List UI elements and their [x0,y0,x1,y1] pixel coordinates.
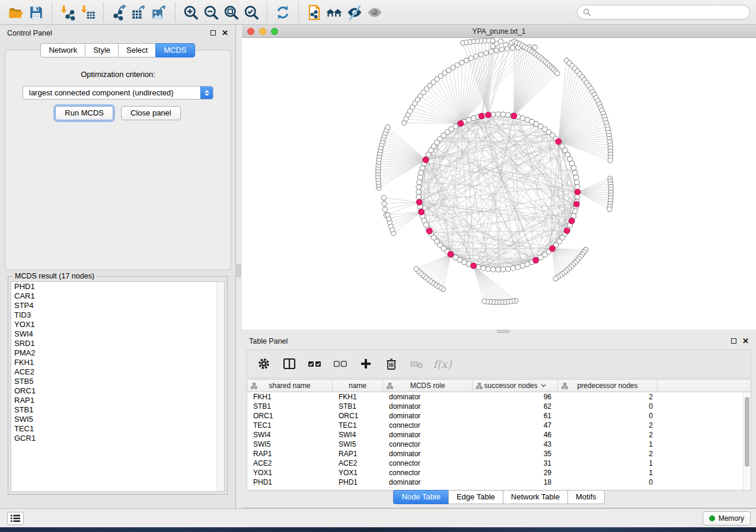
criterion-dropdown[interactable]: largest connected component (undirected) [23,86,213,100]
task-history-button[interactable] [7,512,24,525]
delete-column-icon[interactable] [383,355,400,372]
result-node-item[interactable]: PMA2 [11,348,224,358]
result-node-item[interactable]: FKH1 [11,358,224,367]
cell-MCDS-role: dominator [383,477,473,487]
refresh-icon[interactable] [273,2,293,23]
zoom-in-icon[interactable] [181,2,201,23]
result-node-item[interactable]: TID3 [11,310,224,320]
select-all-rows-icon[interactable] [307,355,323,372]
result-list-scrollbar[interactable] [216,282,224,491]
table-settings-icon[interactable] [256,355,272,372]
result-node-item[interactable]: STB1 [11,405,224,415]
add-column-icon[interactable] [358,355,374,372]
cell-shared-name: TEC1 [247,421,333,430]
table-row[interactable]: ACE2ACE2connector311 [247,459,751,468]
network-title: YPA_prune.txt_1 [242,27,756,36]
column-header-successor-nodes[interactable]: successor nodes [473,380,558,392]
table-scrollbar-thumb[interactable] [745,397,749,467]
result-node-item[interactable]: SWI5 [11,415,224,424]
table-row[interactable]: TEC1TEC1connector472 [247,421,751,430]
open-session-icon[interactable] [6,2,26,23]
mcds-result-list[interactable]: PHD1CAR1STP4TID3YOX1SWI4SRD1PMA2FKH1ACE2… [11,281,225,492]
zoom-fit-icon[interactable] [221,2,241,23]
close-panel-icon[interactable]: ✕ [222,30,228,36]
run-mcds-button[interactable]: Run MCDS [55,106,113,120]
export-image-icon[interactable] [149,2,170,23]
column-header-predecessor-nodes[interactable]: predecessor nodes [558,380,658,392]
deselect-all-rows-icon[interactable] [332,355,349,372]
table-row[interactable]: RAP1RAP1dominator352 [247,449,751,459]
cell-MCDS-role: dominator [383,411,473,421]
result-node-item[interactable]: SRD1 [11,339,224,348]
result-node-item[interactable]: ORC1 [11,386,224,396]
table-row[interactable]: SWI5SWI5connector431 [247,440,751,449]
search-input[interactable] [595,8,744,17]
column-header-MCDS-role[interactable]: MCDS role [383,380,473,392]
cell-successor-nodes: 29 [473,468,558,477]
result-node-item[interactable]: ACE2 [11,367,224,377]
table-row[interactable]: FKH1FKH1dominator962 [247,392,751,402]
network-canvas[interactable] [242,38,756,329]
table-row[interactable]: PHD1PHD1dominator180 [247,477,751,487]
cell-shared-name: PHD1 [247,477,333,487]
float-panel-icon[interactable] [210,30,216,36]
vertical-splitter[interactable] [236,25,242,509]
hide-panel-icon[interactable] [344,2,365,23]
result-node-item[interactable]: STB5 [11,377,224,386]
toolbar-separator [298,3,299,22]
mcds-result-box: MCDS result (17 nodes) PHD1CAR1STP4TID3Y… [8,276,228,495]
result-node-item[interactable]: GCR1 [11,434,224,443]
tab-style[interactable]: Style [85,43,118,57]
tab-mcds[interactable]: MCDS [155,43,194,57]
result-node-item[interactable]: STP4 [11,301,224,310]
result-node-item[interactable]: SWI4 [11,329,224,339]
close-panel-icon[interactable]: ✕ [742,338,749,344]
column-header-shared-name[interactable]: shared name [247,380,333,392]
result-node-item[interactable]: CAR1 [11,291,224,301]
import-network-icon[interactable] [58,2,78,23]
tab-select[interactable]: Select [118,43,155,57]
import-table-icon[interactable] [78,2,98,23]
home-networks-icon[interactable] [324,2,344,23]
cell-shared-name: YOX1 [247,468,333,477]
zoom-out-icon[interactable] [201,2,221,23]
tab-node-table[interactable]: Node Table [393,490,448,504]
network-graph[interactable] [242,38,756,329]
tab-edge-table[interactable]: Edge Table [448,490,503,504]
search-field[interactable] [577,5,750,20]
zoom-selected-icon[interactable] [241,2,261,23]
memory-button[interactable]: Memory [703,511,751,525]
export-network-icon[interactable] [109,2,129,23]
cell-successor-nodes: 46 [473,430,558,440]
tab-network-table[interactable]: Network Table [503,490,567,504]
share-network-file-icon[interactable] [304,2,324,23]
show-columns-icon[interactable] [281,355,298,372]
cell-successor-nodes: 31 [473,459,558,468]
show-panel-icon[interactable] [365,2,385,23]
tab-network[interactable]: Network [40,43,85,57]
export-table-icon[interactable] [129,2,149,23]
cell-predecessor-nodes: 0 [558,477,658,487]
table-row[interactable]: STB1STB1dominator620 [247,402,751,411]
save-session-icon[interactable] [26,2,46,23]
float-panel-icon[interactable] [731,338,736,344]
table-row[interactable]: YOX1YOX1connector291 [247,468,751,477]
network-titlebar[interactable]: YPA_prune.txt_1 [242,25,756,38]
result-node-item[interactable]: RAP1 [11,396,224,405]
close-panel-button[interactable]: Close panel [121,106,181,120]
table-row[interactable]: ORC1ORC1dominator610 [247,411,751,421]
result-node-item[interactable]: PHD1 [11,282,224,291]
node-table[interactable]: shared namenameMCDS rolesuccessor nodesp… [247,379,751,491]
result-node-item[interactable]: YOX1 [11,320,224,329]
splitter-handle[interactable] [237,264,241,277]
column-header-name[interactable]: name [333,380,383,392]
cell-MCDS-role: connector [383,421,473,430]
tab-motifs[interactable]: Motifs [567,490,605,504]
table-scrollbar[interactable] [743,392,751,490]
cell-predecessor-nodes: 2 [558,430,658,440]
cell-name: RAP1 [333,449,383,459]
table-row[interactable]: SWI4SWI4dominator462 [247,430,751,440]
result-node-item[interactable]: TEC1 [11,424,224,434]
cell-MCDS-role: dominator [383,449,473,459]
cell-name: ACE2 [333,459,383,468]
